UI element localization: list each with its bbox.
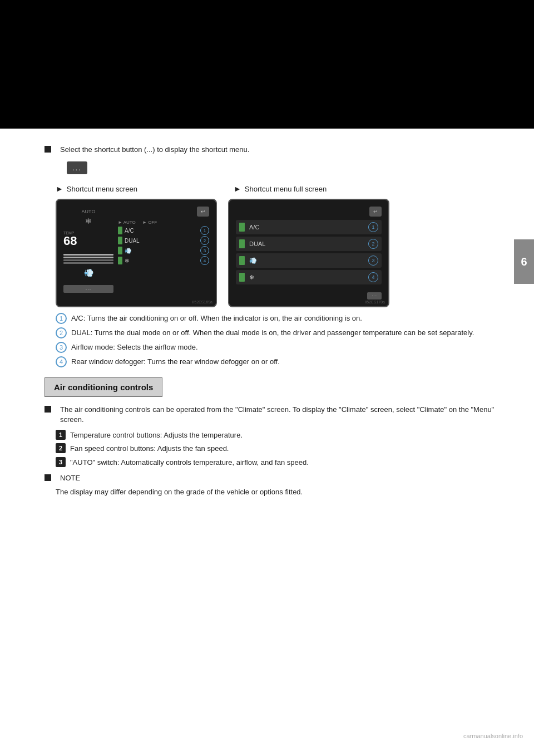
ac-row-label-3: 💨 [125,248,198,254]
ac-row-label-1: A/C [125,228,198,234]
square-badge-text-3: "AUTO" switch: Automatically controls te… [70,457,501,468]
snowflake-icon: ❄ [63,217,113,225]
right-green-bar-3 [239,256,245,265]
right-num-2: 2 [368,239,378,249]
back-button-right[interactable]: ↩ [369,207,382,217]
arrow-right-icon-1: ► [56,184,63,193]
right-three-dots-btn[interactable]: ··· [367,292,382,300]
ac-num-4: 4 [200,256,209,265]
right-num-4: 4 [368,272,378,282]
side-tab: 6 [514,239,534,284]
right-row-label-4: ❄ [249,274,364,281]
ac-menu-row-1: A/C 1 [118,226,209,235]
right-menu-row-2: DUAL 2 [236,237,382,251]
ac-banner-text: Air conditioning controls [54,382,153,392]
numbered-item-1: 1 A/C: Turns the air conditioning on or … [56,313,501,324]
right-num-1: 1 [368,222,378,232]
circle-badge-3: 3 [56,342,67,353]
arrow-label-1: Shortcut menu screen [67,185,137,193]
right-row-label-3: 💨 [249,257,364,264]
green-bar-3 [118,247,122,254]
arrow-right-icon-2: ► [234,184,241,193]
top-black-area [0,0,534,128]
arrow-label-2: Shortcut menu full screen [245,185,327,193]
section1-header: Select the shortcut button (...) to disp… [44,145,501,155]
left-panel: AUTO ❄ TEMP 68 💨 ··· [63,207,113,300]
right-row-label-2: DUAL [249,240,364,247]
right-menu-row-3: 💨 3 [236,253,382,268]
three-dots-btn-left[interactable]: ··· [63,285,113,293]
ac-controls-banner: Air conditioning controls [44,377,162,397]
square-badge-1: 1 [56,430,66,440]
numbered-text-1: A/C: Turns the air conditioning on or of… [71,313,501,324]
numbered-text-3: Airflow mode: Selects the airflow mode. [71,342,501,353]
green-bar-4 [118,257,122,264]
main-content: Select the shortcut button (...) to disp… [0,129,534,513]
arrow-row: ► Shortcut menu screen ► Shortcut menu f… [56,184,501,193]
note-text: The display may differ depending on the … [56,487,501,498]
section1-header-text: Select the shortcut button (...) to disp… [60,145,249,155]
black-square-icon [44,146,51,153]
numbered-item-2: 2 DUAL: Turns the dual mode on or off. W… [56,327,501,338]
right-screen-content: ↩ A/C 1 DUAL 2 [236,207,382,300]
dots-button[interactable]: ... [67,161,87,174]
left-screenshot: AUTO ❄ TEMP 68 💨 ··· [56,199,217,307]
arrow-item-1: ► Shortcut menu screen [56,184,211,193]
right-row-label-1: A/C [249,224,364,230]
auto-header: ► AUTO [118,220,140,225]
green-bar-1 [118,227,122,234]
numbered-text-4: Rear window defogger: Turns the rear win… [71,356,501,367]
ac-num-2: 2 [200,236,209,245]
temp-section: TEMP 68 [63,231,113,247]
fan-bar-2 [63,257,113,258]
page: Select the shortcut button (...) to disp… [0,0,534,756]
right-green-bar-1 [239,223,245,232]
fan-bar-4 [63,262,113,264]
ac-row-label-4: ❄ [125,258,198,264]
square-badge-item-1: 1 Temperature control buttons: Adjusts t… [56,430,501,441]
side-tab-number: 6 [521,256,527,268]
circle-badge-1: 1 [56,313,67,324]
note-header-text: NOTE [60,473,80,483]
circle-badge-2: 2 [56,327,67,338]
numbered-text-2: DUAL: Turns the dual mode on or off. Whe… [71,327,501,338]
back-button-left[interactable]: ↩ [197,207,209,217]
temp-value: 68 [63,235,113,247]
right-menu-items: A/C 1 DUAL 2 💨 3 [236,220,382,289]
fan-bar-1 [63,254,113,256]
green-bar-2 [118,237,122,244]
fan-bar-3 [63,259,113,261]
right-green-bar-2 [239,239,245,248]
screen-id-left: II52ES169a [192,300,212,304]
right-menu-row-4: ❄ 4 [236,270,382,284]
numbered-item-3: 3 Airflow mode: Selects the airflow mode… [56,342,501,353]
square-badge-text-2: Fan speed control buttons: Adjusts the f… [70,443,501,454]
black-square-2-icon [44,406,51,413]
ac-menu-row-3: 💨 3 [118,246,209,255]
numbered-item-4: 4 Rear window defogger: Turns the rear w… [56,356,501,367]
square-badge-2: 2 [56,443,66,453]
auto-label: AUTO [63,209,113,214]
right-screenshot: ↩ A/C 1 DUAL 2 [228,199,389,307]
square-badge-item-3: 3 "AUTO" switch: Automatically controls … [56,457,501,468]
square-badge-item-2: 2 Fan speed control buttons: Adjusts the… [56,443,501,454]
screenshots-row: AUTO ❄ TEMP 68 💨 ··· [56,199,501,307]
vent-icon: 💨 [63,268,113,277]
ac-menu-row-auto-header: ► AUTO ► OFF [118,220,209,225]
section2-header: The air conditioning controls can be ope… [44,405,501,425]
arrow-item-2: ► Shortcut menu full screen [234,184,327,193]
square-badge-list: 1 Temperature control buttons: Adjusts t… [56,430,501,468]
square-badge-text-1: Temperature control buttons: Adjusts the… [70,430,501,441]
left-screen-content: AUTO ❄ TEMP 68 💨 ··· [63,207,209,300]
section2-header-text: The air conditioning controls can be ope… [60,405,501,425]
ac-num-3: 3 [200,246,209,255]
note-header: NOTE [44,473,501,483]
right-green-bar-4 [239,273,245,282]
off-header: ► OFF [142,220,157,225]
watermark: carmanualsonline.info [463,733,523,739]
left-screen-right-panel: ↩ ► AUTO ► OFF A/C 1 [118,207,209,300]
numbered-list: 1 A/C: Turns the air conditioning on or … [56,313,501,367]
ac-menu-row-2: DUAL 2 [118,236,209,245]
ac-num-1: 1 [200,226,209,235]
screen-id-right: II52ES170a [364,300,385,304]
